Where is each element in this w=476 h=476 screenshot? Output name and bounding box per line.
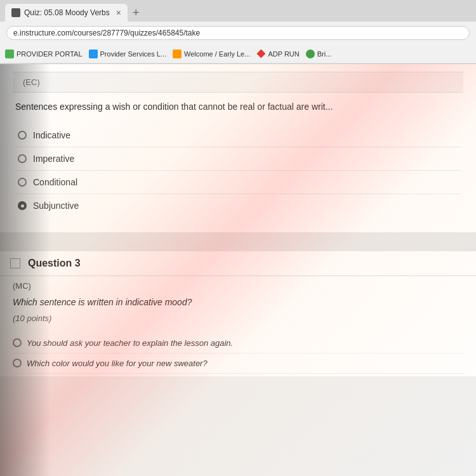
answer-q3-1-label: You should ask your teacher to explain t… [27, 338, 233, 348]
question3-prompt: Which sentence is written in indicative … [0, 293, 476, 311]
bookmark-icon-welcome [173, 50, 182, 58]
radio-conditional[interactable] [18, 178, 27, 187]
question2-header: (EC) [13, 72, 463, 93]
radio-imperative[interactable] [18, 154, 27, 163]
page-content: (EC) Sentences expressing a wish or cond… [0, 64, 476, 476]
answer-indicative-label: Indicative [33, 130, 70, 140]
question3-points: (10 points) [0, 311, 476, 331]
question2-ec-label: (EC) [23, 77, 40, 87]
radio-q3-2[interactable] [13, 359, 22, 367]
radio-indicative[interactable] [18, 131, 27, 140]
new-tab-button[interactable]: + [128, 6, 145, 20]
tab-favicon [11, 8, 20, 17]
bookmark-icon-bri [306, 50, 315, 58]
bookmark-welcome[interactable]: Welcome / Early Le... [173, 50, 250, 58]
bookmark-bri[interactable]: Bri... [306, 50, 332, 58]
question2-block: (EC) Sentences expressing a wish or cond… [0, 64, 476, 232]
bookmark-icon-provider-portal [5, 50, 14, 58]
bookmark-label-provider-portal: PROVIDER PORTAL [17, 50, 83, 58]
answer-imperative[interactable]: Imperative [15, 147, 461, 171]
bookmark-label-adp: ADP RUN [268, 50, 299, 58]
address-bar: e.instructure.com/courses/287779/quizzes… [0, 22, 476, 44]
question3-number: Question 3 [28, 258, 81, 269]
question3-block: Question 3 (MC) Which sentence is writte… [0, 251, 476, 376]
bookmark-icon-adp [256, 50, 265, 58]
answer-subjunctive[interactable]: Subjunctive [15, 194, 461, 217]
question3-number-row: Question 3 [0, 251, 476, 276]
bookmark-adp[interactable]: ADP RUN [256, 50, 299, 58]
question-divider [0, 232, 476, 251]
radio-subjunctive[interactable] [18, 201, 27, 210]
active-tab[interactable]: Quiz: 05.08 Moody Verbs × [5, 4, 128, 22]
bookmark-provider-portal[interactable]: PROVIDER PORTAL [5, 50, 83, 58]
bookmark-label-bri: Bri... [317, 50, 332, 58]
answer-q3-1[interactable]: You should ask your teacher to explain t… [13, 333, 463, 354]
question2-body: (EC) Sentences expressing a wish or cond… [0, 64, 476, 232]
bookmark-icon-provider-services [89, 50, 98, 58]
answer-conditional-label: Conditional [33, 177, 77, 187]
tab-close-button[interactable]: × [116, 8, 121, 18]
radio-q3-1[interactable] [13, 338, 22, 347]
answer-conditional[interactable]: Conditional [15, 171, 461, 194]
answer-indicative[interactable]: Indicative [15, 124, 461, 147]
answer-q3-2[interactable]: Which color would you like for your new … [13, 354, 463, 374]
answer-subjunctive-label: Subjunctive [33, 201, 79, 211]
bookmark-label-welcome: Welcome / Early Le... [184, 50, 250, 58]
bookmarks-bar: PROVIDER PORTAL Provider Services L... W… [0, 44, 476, 63]
question3-checkbox[interactable] [10, 258, 20, 268]
bookmark-provider-services[interactable]: Provider Services L... [89, 50, 167, 58]
answer-imperative-label: Imperative [33, 154, 74, 164]
url-input[interactable]: e.instructure.com/courses/287779/quizzes… [6, 26, 470, 40]
bookmark-label-provider-services: Provider Services L... [100, 50, 167, 58]
answer-q3-2-label: Which color would you like for your new … [27, 359, 208, 368]
tab-title: Quiz: 05.08 Moody Verbs [24, 8, 110, 17]
question3-mc-label: (MC) [0, 276, 476, 293]
tab-bar: Quiz: 05.08 Moody Verbs × + [0, 0, 476, 22]
question2-text: Sentences expressing a wish or condition… [15, 100, 461, 114]
browser-chrome: Quiz: 05.08 Moody Verbs × + e.instructur… [0, 0, 476, 64]
question3-answers: You should ask your teacher to explain t… [0, 331, 476, 376]
